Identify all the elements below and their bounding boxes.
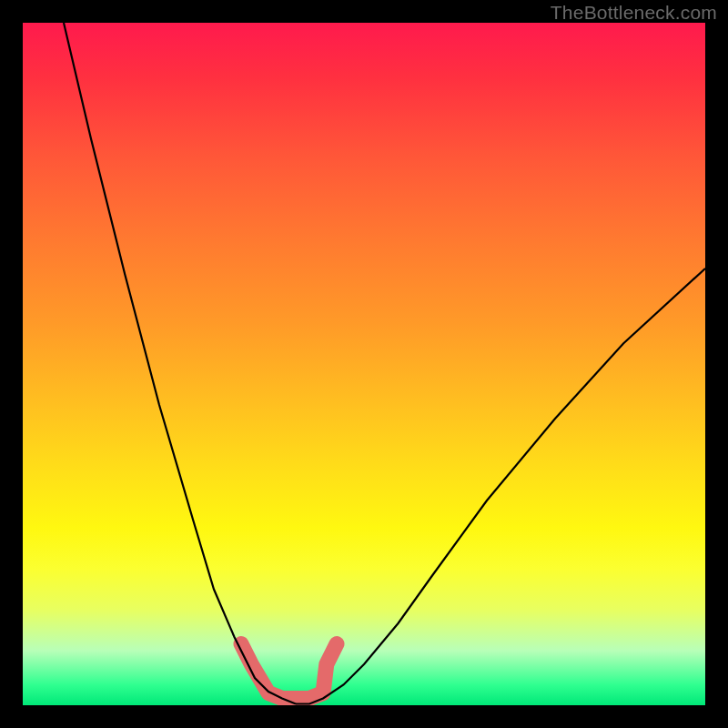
- right-curve: [296, 268, 705, 704]
- left-curve: [64, 23, 296, 704]
- valley-highlight: [241, 644, 337, 699]
- curves-svg: [23, 23, 705, 705]
- chart-frame: TheBottleneck.com: [0, 0, 728, 728]
- watermark-text: TheBottleneck.com: [551, 2, 717, 24]
- plot-area: [23, 23, 705, 705]
